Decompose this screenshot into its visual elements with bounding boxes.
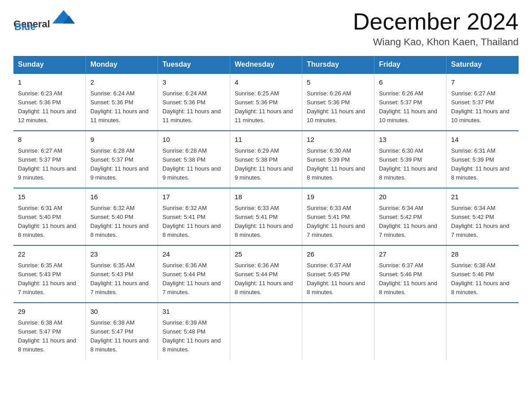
- day-info: Sunrise: 6:27 AMSunset: 5:37 PMDaylight:…: [18, 147, 76, 181]
- calendar-cell: 8 Sunrise: 6:27 AMSunset: 5:37 PMDayligh…: [13, 131, 86, 188]
- calendar-cell: 12 Sunrise: 6:30 AMSunset: 5:39 PMDaylig…: [302, 131, 374, 188]
- day-info: Sunrise: 6:34 AMSunset: 5:42 PMDaylight:…: [451, 205, 509, 238]
- calendar-cell: [230, 303, 302, 360]
- calendar-cell: 27 Sunrise: 6:37 AMSunset: 5:46 PMDaylig…: [374, 245, 446, 303]
- day-number: 13: [379, 135, 442, 145]
- day-number: 6: [379, 77, 442, 88]
- month-title: December 2024: [353, 9, 519, 34]
- title-area: December 2024 Wiang Kao, Khon Kaen, Thai…: [353, 9, 519, 48]
- day-number: 16: [90, 192, 153, 202]
- calendar-cell: 23 Sunrise: 6:35 AMSunset: 5:43 PMDaylig…: [86, 245, 158, 303]
- day-number: 14: [451, 135, 514, 145]
- calendar-cell: [374, 303, 446, 360]
- calendar-cell: 2 Sunrise: 6:24 AMSunset: 5:36 PMDayligh…: [86, 73, 158, 131]
- calendar-cell: 14 Sunrise: 6:31 AMSunset: 5:39 PMDaylig…: [446, 131, 519, 188]
- calendar-cell: 17 Sunrise: 6:32 AMSunset: 5:41 PMDaylig…: [158, 188, 230, 245]
- day-info: Sunrise: 6:33 AMSunset: 5:41 PMDaylight:…: [235, 205, 293, 238]
- calendar-cell: 10 Sunrise: 6:28 AMSunset: 5:38 PMDaylig…: [158, 131, 230, 188]
- day-number: 23: [90, 249, 153, 260]
- day-number: 26: [307, 249, 369, 260]
- calendar-cell: [302, 303, 374, 360]
- day-header-saturday: Saturday: [446, 56, 519, 73]
- calendar-cell: 25 Sunrise: 6:36 AMSunset: 5:44 PMDaylig…: [230, 245, 302, 303]
- calendar-cell: 4 Sunrise: 6:25 AMSunset: 5:36 PMDayligh…: [230, 73, 302, 131]
- day-info: Sunrise: 6:38 AMSunset: 5:46 PMDaylight:…: [451, 262, 509, 295]
- day-number: 8: [18, 135, 81, 145]
- day-info: Sunrise: 6:31 AMSunset: 5:40 PMDaylight:…: [18, 205, 76, 238]
- day-number: 2: [90, 77, 153, 88]
- day-number: 19: [307, 192, 369, 202]
- calendar-cell: 30 Sunrise: 6:38 AMSunset: 5:47 PMDaylig…: [86, 303, 158, 360]
- day-header-sunday: Sunday: [13, 56, 86, 73]
- calendar-cell: 16 Sunrise: 6:32 AMSunset: 5:40 PMDaylig…: [86, 188, 158, 245]
- day-number: 3: [163, 77, 225, 88]
- logo: General Blue: [13, 9, 77, 33]
- day-info: Sunrise: 6:30 AMSunset: 5:39 PMDaylight:…: [307, 147, 365, 181]
- day-number: 27: [379, 249, 442, 260]
- day-number: 10: [163, 135, 225, 145]
- day-number: 31: [163, 307, 225, 317]
- day-info: Sunrise: 6:38 AMSunset: 5:47 PMDaylight:…: [90, 319, 149, 353]
- day-info: Sunrise: 6:28 AMSunset: 5:38 PMDaylight:…: [163, 147, 221, 181]
- calendar-cell: 7 Sunrise: 6:27 AMSunset: 5:37 PMDayligh…: [446, 73, 519, 131]
- calendar-table: SundayMondayTuesdayWednesdayThursdayFrid…: [13, 56, 519, 360]
- calendar-cell: 24 Sunrise: 6:36 AMSunset: 5:44 PMDaylig…: [158, 245, 230, 303]
- calendar-cell: 28 Sunrise: 6:38 AMSunset: 5:46 PMDaylig…: [446, 245, 519, 303]
- day-number: 22: [18, 249, 81, 260]
- day-info: Sunrise: 6:36 AMSunset: 5:44 PMDaylight:…: [235, 262, 293, 295]
- calendar-cell: 5 Sunrise: 6:26 AMSunset: 5:36 PMDayligh…: [302, 73, 374, 131]
- calendar-cell: [446, 303, 519, 360]
- day-info: Sunrise: 6:37 AMSunset: 5:45 PMDaylight:…: [307, 262, 365, 295]
- calendar-cell: 31 Sunrise: 6:39 AMSunset: 5:48 PMDaylig…: [158, 303, 230, 360]
- day-header-thursday: Thursday: [302, 56, 374, 73]
- day-number: 18: [235, 192, 297, 202]
- day-number: 11: [235, 135, 297, 145]
- calendar-cell: 1 Sunrise: 6:23 AMSunset: 5:36 PMDayligh…: [13, 73, 86, 131]
- day-info: Sunrise: 6:35 AMSunset: 5:43 PMDaylight:…: [18, 262, 76, 295]
- calendar-cell: 19 Sunrise: 6:33 AMSunset: 5:41 PMDaylig…: [302, 188, 374, 245]
- day-number: 25: [235, 249, 297, 260]
- day-info: Sunrise: 6:32 AMSunset: 5:40 PMDaylight:…: [90, 205, 149, 238]
- day-info: Sunrise: 6:29 AMSunset: 5:38 PMDaylight:…: [235, 147, 293, 181]
- day-header-friday: Friday: [374, 56, 446, 73]
- calendar-cell: 29 Sunrise: 6:38 AMSunset: 5:47 PMDaylig…: [13, 303, 86, 360]
- calendar-cell: 15 Sunrise: 6:31 AMSunset: 5:40 PMDaylig…: [13, 188, 86, 245]
- location-subtitle: Wiang Kao, Khon Kaen, Thailand: [353, 36, 519, 48]
- day-info: Sunrise: 6:30 AMSunset: 5:39 PMDaylight:…: [379, 147, 437, 181]
- day-header-wednesday: Wednesday: [230, 56, 302, 73]
- day-info: Sunrise: 6:24 AMSunset: 5:36 PMDaylight:…: [163, 90, 221, 124]
- day-info: Sunrise: 6:33 AMSunset: 5:41 PMDaylight:…: [307, 205, 365, 238]
- day-number: 9: [90, 135, 153, 145]
- day-number: 29: [18, 307, 81, 317]
- day-number: 4: [235, 77, 297, 88]
- calendar-cell: 20 Sunrise: 6:34 AMSunset: 5:42 PMDaylig…: [374, 188, 446, 245]
- day-info: Sunrise: 6:39 AMSunset: 5:48 PMDaylight:…: [163, 319, 221, 353]
- calendar-week-row: 1 Sunrise: 6:23 AMSunset: 5:36 PMDayligh…: [13, 73, 519, 131]
- logo-icon: [50, 9, 77, 29]
- day-number: 20: [379, 192, 442, 202]
- calendar-cell: 18 Sunrise: 6:33 AMSunset: 5:41 PMDaylig…: [230, 188, 302, 245]
- calendar-week-row: 15 Sunrise: 6:31 AMSunset: 5:40 PMDaylig…: [13, 188, 519, 245]
- calendar-cell: 26 Sunrise: 6:37 AMSunset: 5:45 PMDaylig…: [302, 245, 374, 303]
- calendar-cell: 22 Sunrise: 6:35 AMSunset: 5:43 PMDaylig…: [13, 245, 86, 303]
- calendar-week-row: 29 Sunrise: 6:38 AMSunset: 5:47 PMDaylig…: [13, 303, 519, 360]
- day-info: Sunrise: 6:26 AMSunset: 5:36 PMDaylight:…: [307, 90, 365, 124]
- calendar-cell: 13 Sunrise: 6:30 AMSunset: 5:39 PMDaylig…: [374, 131, 446, 188]
- day-number: 21: [451, 192, 514, 202]
- day-info: Sunrise: 6:32 AMSunset: 5:41 PMDaylight:…: [163, 205, 221, 238]
- day-number: 15: [18, 192, 81, 202]
- day-number: 12: [307, 135, 369, 145]
- day-number: 7: [451, 77, 514, 88]
- day-number: 30: [90, 307, 153, 317]
- day-number: 1: [18, 77, 81, 88]
- day-info: Sunrise: 6:27 AMSunset: 5:37 PMDaylight:…: [451, 90, 509, 124]
- day-info: Sunrise: 6:31 AMSunset: 5:39 PMDaylight:…: [451, 147, 509, 181]
- day-info: Sunrise: 6:23 AMSunset: 5:36 PMDaylight:…: [18, 90, 76, 124]
- day-info: Sunrise: 6:24 AMSunset: 5:36 PMDaylight:…: [90, 90, 149, 124]
- calendar-week-row: 8 Sunrise: 6:27 AMSunset: 5:37 PMDayligh…: [13, 131, 519, 188]
- calendar-cell: 11 Sunrise: 6:29 AMSunset: 5:38 PMDaylig…: [230, 131, 302, 188]
- day-info: Sunrise: 6:26 AMSunset: 5:37 PMDaylight:…: [379, 90, 437, 124]
- day-info: Sunrise: 6:28 AMSunset: 5:37 PMDaylight:…: [90, 147, 149, 181]
- day-number: 24: [163, 249, 225, 260]
- calendar-header-row: SundayMondayTuesdayWednesdayThursdayFrid…: [13, 56, 519, 73]
